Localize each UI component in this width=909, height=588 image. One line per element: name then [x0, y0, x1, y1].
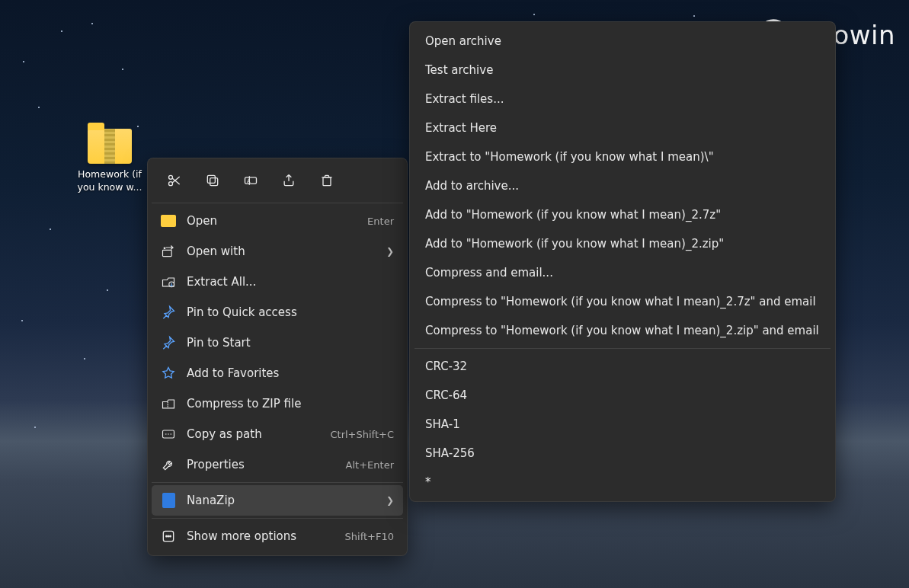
menu-item-show-more[interactable]: Show more options Shift+F10	[152, 521, 403, 551]
svg-rect-6	[207, 175, 215, 183]
svg-point-15	[166, 535, 168, 537]
rename-button[interactable]: A	[237, 168, 264, 193]
submenu-label: SHA-256	[425, 446, 475, 460]
submenu-item[interactable]: Compress to "Homework (if you know what …	[414, 287, 831, 316]
pin-icon	[161, 335, 176, 350]
zip-icon	[161, 396, 176, 411]
submenu-item[interactable]: Test archive	[414, 56, 831, 85]
submenu-label: Compress to "Homework (if you know what …	[425, 295, 816, 308]
chevron-right-icon: ❯	[386, 246, 394, 257]
desktop-file-label: Homework (if you know w...	[75, 168, 144, 194]
menu-item-label: NanaZip	[187, 494, 376, 507]
menu-item-label: Pin to Start	[187, 336, 394, 350]
submenu-item[interactable]: Add to "Homework (if you know what I mea…	[414, 200, 831, 229]
submenu-label: Add to archive...	[425, 179, 519, 193]
menu-item-label: Copy as path	[187, 427, 319, 441]
separator	[152, 518, 403, 519]
separator	[152, 203, 403, 203]
svg-text:A: A	[247, 178, 251, 184]
separator	[152, 482, 403, 483]
submenu-label: CRC-64	[425, 388, 467, 402]
submenu-label: SHA-1	[425, 417, 460, 431]
submenu-item[interactable]: Compress and email...	[414, 258, 831, 287]
submenu-item[interactable]: Extract Here	[414, 113, 831, 142]
menu-item-accel: Alt+Enter	[346, 459, 394, 471]
nanazip-submenu: Open archive Test archive Extract files.…	[409, 21, 836, 502]
svg-rect-9	[323, 177, 331, 186]
submenu-label: Test archive	[425, 63, 493, 77]
submenu-item[interactable]: Add to archive...	[414, 171, 831, 200]
menu-item-label: Extract All...	[187, 275, 394, 289]
separator	[414, 348, 831, 349]
menu-item-nanazip[interactable]: NanaZip ❯	[152, 485, 403, 516]
submenu-label: Compress to "Homework (if you know what …	[425, 324, 819, 337]
menu-item-label: Properties	[187, 458, 335, 471]
scissors-icon	[167, 173, 182, 188]
menu-item-accel: Ctrl+Shift+C	[330, 429, 394, 440]
share-icon	[281, 173, 296, 188]
submenu-item[interactable]: Extract to "Homework (if you know what I…	[414, 142, 831, 171]
svg-point-17	[170, 535, 171, 537]
submenu-item[interactable]: SHA-1	[414, 410, 831, 439]
copy-path-icon	[161, 427, 176, 442]
submenu-label: CRC-32	[425, 360, 467, 373]
trash-icon	[319, 173, 334, 188]
submenu-item[interactable]: *	[414, 468, 831, 497]
submenu-item[interactable]: SHA-256	[414, 439, 831, 468]
context-menu-toolbar: A	[152, 162, 403, 200]
cut-button[interactable]	[161, 168, 188, 193]
menu-item-compress-zip[interactable]: Compress to ZIP file	[152, 388, 403, 419]
extract-icon	[161, 274, 176, 289]
submenu-label: Open archive	[425, 34, 501, 48]
menu-item-pin-quick-access[interactable]: Pin to Quick access	[152, 297, 403, 328]
submenu-label: Add to "Homework (if you know what I mea…	[425, 208, 721, 222]
menu-item-properties[interactable]: Properties Alt+Enter	[152, 449, 403, 480]
submenu-item[interactable]: CRC-32	[414, 352, 831, 381]
copy-icon	[205, 173, 220, 188]
zip-folder-icon	[88, 129, 132, 164]
context-menu: A Open Enter Open with ❯ Extract All..	[147, 158, 408, 556]
wrench-icon	[161, 457, 176, 472]
submenu-label: Extract to "Homework (if you know what I…	[425, 150, 714, 164]
chevron-right-icon: ❯	[386, 495, 394, 506]
svg-rect-10	[163, 250, 172, 256]
menu-item-label: Pin to Quick access	[187, 305, 394, 319]
svg-point-16	[168, 535, 169, 537]
desktop-file-zip[interactable]: Homework (if you know w...	[75, 129, 144, 194]
menu-item-extract-all[interactable]: Extract All...	[152, 267, 403, 297]
pin-icon	[161, 305, 176, 320]
submenu-item[interactable]: Add to "Homework (if you know what I mea…	[414, 229, 831, 258]
submenu-item[interactable]: CRC-64	[414, 381, 831, 410]
menu-item-pin-start[interactable]: Pin to Start	[152, 328, 403, 358]
submenu-label: Extract files...	[425, 92, 504, 106]
menu-item-label: Show more options	[187, 529, 334, 543]
menu-item-label: Compress to ZIP file	[187, 397, 394, 411]
menu-item-accel: Enter	[367, 216, 394, 227]
menu-item-add-favorites[interactable]: Add to Favorites	[152, 358, 403, 388]
menu-item-accel: Shift+F10	[345, 531, 394, 542]
submenu-label: Add to "Homework (if you know what I mea…	[425, 237, 724, 251]
submenu-label: *	[425, 475, 431, 489]
submenu-item[interactable]: Compress to "Homework (if you know what …	[414, 316, 831, 345]
open-with-icon	[161, 244, 176, 259]
rename-icon: A	[243, 173, 258, 188]
menu-item-open-with[interactable]: Open with ❯	[152, 236, 403, 267]
nanazip-icon	[161, 493, 176, 508]
copy-button[interactable]	[199, 168, 226, 193]
menu-item-copy-path[interactable]: Copy as path Ctrl+Shift+C	[152, 419, 403, 449]
submenu-label: Extract Here	[425, 121, 497, 135]
svg-rect-5	[210, 178, 218, 186]
submenu-item[interactable]: Extract files...	[414, 85, 831, 113]
share-button[interactable]	[275, 168, 302, 193]
delete-button[interactable]	[313, 168, 341, 193]
folder-icon	[161, 213, 176, 228]
star-icon	[161, 366, 176, 381]
menu-item-label: Open with	[187, 244, 376, 258]
svg-point-11	[164, 248, 165, 249]
menu-item-label: Add to Favorites	[187, 366, 394, 380]
menu-item-label: Open	[187, 214, 357, 228]
submenu-label: Compress and email...	[425, 266, 553, 280]
menu-item-open[interactable]: Open Enter	[152, 206, 403, 236]
submenu-item[interactable]: Open archive	[414, 27, 831, 56]
more-options-icon	[161, 529, 176, 544]
